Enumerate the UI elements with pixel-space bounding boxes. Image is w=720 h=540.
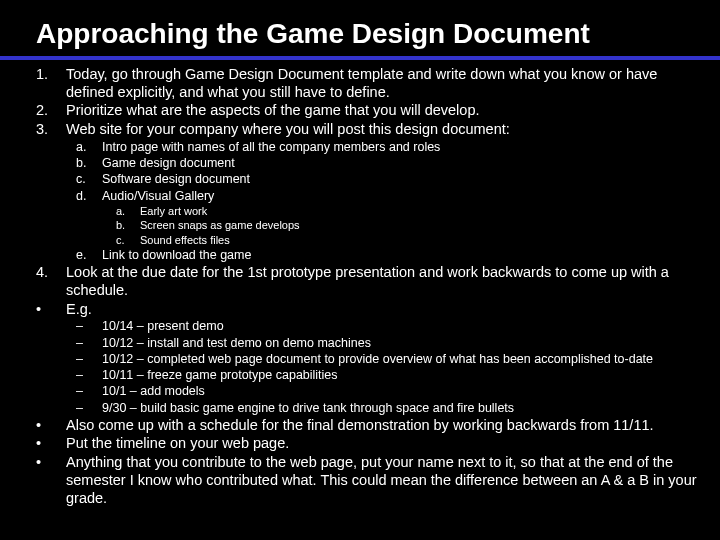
list-text: Screen snaps as game develops (140, 219, 698, 232)
list-text: Look at the due date for the 1st prototy… (66, 264, 698, 299)
title-underline (0, 56, 720, 60)
list-text: Also come up with a schedule for the fin… (66, 417, 698, 435)
list-text: Today, go through Game Design Document t… (66, 66, 698, 101)
list-marker: – (76, 352, 102, 367)
list-marker: • (36, 301, 66, 319)
list-item: a.Intro page with names of all the compa… (76, 140, 698, 155)
list-item: 2.Prioritize what are the aspects of the… (36, 102, 698, 120)
list-text: Anything that you contribute to the web … (66, 454, 698, 507)
list-text: 10/1 – add models (102, 384, 698, 399)
list-item: c.Sound effects files (116, 234, 698, 247)
list-item: –10/14 – present demo (76, 319, 698, 334)
list-marker: – (76, 384, 102, 399)
list-marker: 3. (36, 121, 66, 139)
list-text: 10/12 – install and test demo on demo ma… (102, 336, 698, 351)
list-marker: 4. (36, 264, 66, 299)
list-text: Software design document (102, 172, 698, 187)
list-marker: a. (76, 140, 102, 155)
list-item: •Put the timeline on your web page. (36, 435, 698, 453)
list-marker: d. (76, 189, 102, 204)
list-marker: e. (76, 248, 102, 263)
list-item: –10/12 – completed web page document to … (76, 352, 698, 367)
list-item: 1.Today, go through Game Design Document… (36, 66, 698, 101)
list-item: b.Game design document (76, 156, 698, 171)
list-text: Put the timeline on your web page. (66, 435, 698, 453)
list-item: 3.Web site for your company where you wi… (36, 121, 698, 139)
list-text: 10/12 – completed web page document to p… (102, 352, 698, 367)
list-item: d.Audio/Visual Gallery (76, 189, 698, 204)
slide-title: Approaching the Game Design Document (0, 10, 720, 56)
list-marker: b. (116, 219, 140, 232)
list-item: –10/12 – install and test demo on demo m… (76, 336, 698, 351)
list-marker: • (36, 454, 66, 507)
list-item: b.Screen snaps as game develops (116, 219, 698, 232)
list-marker: – (76, 319, 102, 334)
list-item: a.Early art work (116, 205, 698, 218)
list-marker: 1. (36, 66, 66, 101)
list-text: E.g. (66, 301, 698, 319)
list-marker: • (36, 435, 66, 453)
list-item: •Anything that you contribute to the web… (36, 454, 698, 507)
list-text: Game design document (102, 156, 698, 171)
list-marker: a. (116, 205, 140, 218)
list-marker: – (76, 368, 102, 383)
list-text: Early art work (140, 205, 698, 218)
list-item: •Also come up with a schedule for the fi… (36, 417, 698, 435)
list-text: 10/14 – present demo (102, 319, 698, 334)
list-marker: – (76, 401, 102, 416)
list-text: Intro page with names of all the company… (102, 140, 698, 155)
list-marker: 2. (36, 102, 66, 120)
list-text: 9/30 – build basic game engine to drive … (102, 401, 698, 416)
list-text: Audio/Visual Gallery (102, 189, 698, 204)
list-text: Sound effects files (140, 234, 698, 247)
list-marker: b. (76, 156, 102, 171)
list-text: 10/11 – freeze game prototype capabiliti… (102, 368, 698, 383)
list-item: •E.g. (36, 301, 698, 319)
slide-body: 1.Today, go through Game Design Document… (0, 66, 720, 507)
list-item: –10/11 – freeze game prototype capabilit… (76, 368, 698, 383)
list-marker: c. (76, 172, 102, 187)
list-item: –10/1 – add models (76, 384, 698, 399)
list-marker: – (76, 336, 102, 351)
list-item: e.Link to download the game (76, 248, 698, 263)
list-item: 4.Look at the due date for the 1st proto… (36, 264, 698, 299)
list-marker: • (36, 417, 66, 435)
list-item: c.Software design document (76, 172, 698, 187)
list-item: –9/30 – build basic game engine to drive… (76, 401, 698, 416)
list-marker: c. (116, 234, 140, 247)
list-text: Web site for your company where you will… (66, 121, 698, 139)
list-text: Link to download the game (102, 248, 698, 263)
list-text: Prioritize what are the aspects of the g… (66, 102, 698, 120)
